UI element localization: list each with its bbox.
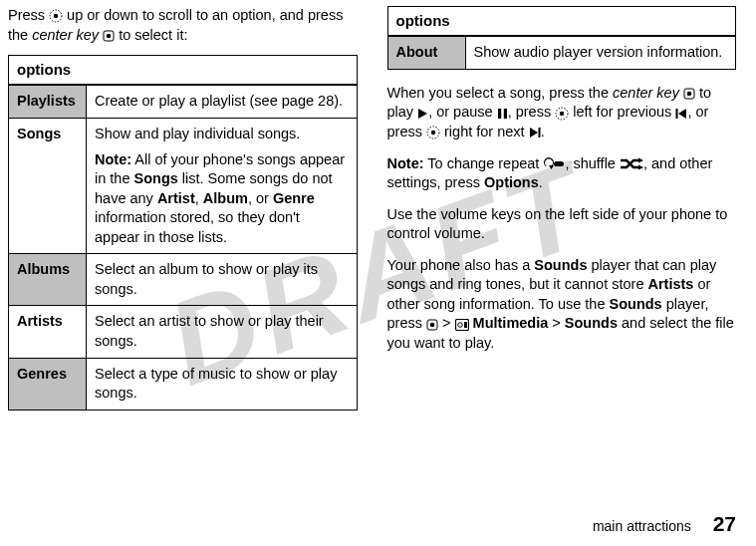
options-table-right: options About Show audio player version … [387,6,737,70]
artist-word: Artist [157,190,195,206]
table-row: Playlists Create or play a playlist (see… [9,85,358,118]
svg-rect-18 [554,161,564,166]
page-footer: main attractions 27 [593,510,736,538]
volume-text: Use the volume keys on the left side of … [387,205,737,244]
pause-icon [497,108,508,120]
page-number: 27 [713,512,736,535]
next-icon [529,127,541,138]
svg-point-1 [54,14,58,18]
center-key-icon [426,319,438,331]
svg-rect-11 [676,109,678,119]
svg-point-3 [107,33,112,38]
svg-rect-25 [464,322,467,328]
right-column: options About Show audio player version … [387,6,737,424]
svg-point-10 [560,111,564,115]
row-desc-artists: Select an artist to show or play their s… [87,306,358,358]
p2-options: Options [484,174,539,190]
note-post: information stored, so they don't appear… [95,209,300,245]
svg-marker-17 [549,165,554,169]
play-instructions: When you select a song, press the center… [387,84,737,142]
row-desc-genres: Select a type of music to show or play s… [87,358,358,410]
p2d: . [539,174,543,190]
p1e: left for previous [569,104,675,120]
p1g: right for next [440,124,529,139]
repeat-icon [543,157,565,170]
genre-word: Genre [273,190,315,206]
center-key-icon [103,30,115,42]
svg-marker-12 [678,109,686,119]
row-desc-playlists: Create or play a playlist (see page 28). [87,85,358,118]
p1h: . [541,124,545,139]
svg-marker-15 [530,128,538,137]
multimedia-icon [455,319,469,331]
p2a: To change repeat [424,155,544,171]
intro-center-key: center key [32,27,99,43]
nav-dot-icon [49,9,63,23]
left-column: Press up or down to scroll to an option,… [8,6,358,424]
table-row: Artists Select an artist to show or play… [9,306,358,358]
p4-sounds3: Sounds [565,315,618,331]
or-word: , or [248,190,273,206]
prev-icon [675,108,687,120]
p1c: , or pause [428,104,497,120]
p4-sounds2: Sounds [610,296,662,312]
nav-dot-icon [555,107,569,121]
p4a: Your phone also has a [387,257,535,273]
songs-word: Songs [134,170,178,186]
p1a: When you select a song, press the [387,85,614,101]
row-label-about: About [387,36,465,69]
note-settings: Note: To change repeat , shuffle , and o… [387,154,737,193]
p1d: , press [508,104,556,120]
shuffle-icon [620,157,643,170]
intro-pre: Press [8,7,49,23]
p4-mm: Multimedia [469,315,549,331]
svg-rect-7 [498,109,501,119]
row-desc-about: Show audio player version information. [465,36,736,69]
options-header-right: options [387,7,736,37]
row-desc-albums: Select an album to show or play its song… [87,254,358,306]
table-row: Songs Show and play individual songs. No… [9,118,358,253]
row-label-albums: Albums [9,254,87,306]
row-label-songs: Songs [9,118,87,253]
options-header: options [9,56,358,86]
svg-marker-6 [418,109,427,119]
comma1: , [195,190,203,206]
center-key-icon [683,88,695,100]
p2b: , shuffle [565,155,620,171]
album-word: Album [203,190,248,206]
page-content: Press up or down to scroll to an option,… [0,0,756,424]
svg-point-24 [457,322,462,327]
p4-sounds1: Sounds [534,257,587,273]
play-icon [417,108,428,120]
section-title: main attractions [593,518,691,534]
p4-gt2: > [548,315,565,331]
svg-point-5 [687,92,692,97]
svg-rect-8 [503,109,506,119]
row-desc-songs: Show and play individual songs. Note: Al… [87,118,358,253]
sounds-player-text: Your phone also has a Sounds player that… [387,256,737,354]
p4-gt1: > [438,315,455,331]
nav-dot-icon [426,126,440,139]
p1-key: center key [613,85,679,101]
p2-note: Note: [387,155,424,171]
p4-artists: Artists [647,276,693,292]
table-row: About Show audio player version informat… [387,36,736,69]
note-label: Note: [95,151,131,167]
options-table-left: options Playlists Create or play a playl… [8,55,358,410]
intro-post: to select it: [115,27,187,43]
songs-note: Note: All of your phone's songs appear i… [95,150,349,248]
row-label-playlists: Playlists [9,85,87,118]
svg-point-14 [431,131,435,135]
svg-point-22 [430,322,435,327]
intro-text: Press up or down to scroll to an option,… [8,6,358,45]
row-label-artists: Artists [9,306,87,358]
table-row: Albums Select an album to show or play i… [9,254,358,306]
songs-desc1: Show and play individual songs. [95,125,349,144]
table-row: Genres Select a type of music to show or… [9,358,358,410]
row-label-genres: Genres [9,358,87,410]
